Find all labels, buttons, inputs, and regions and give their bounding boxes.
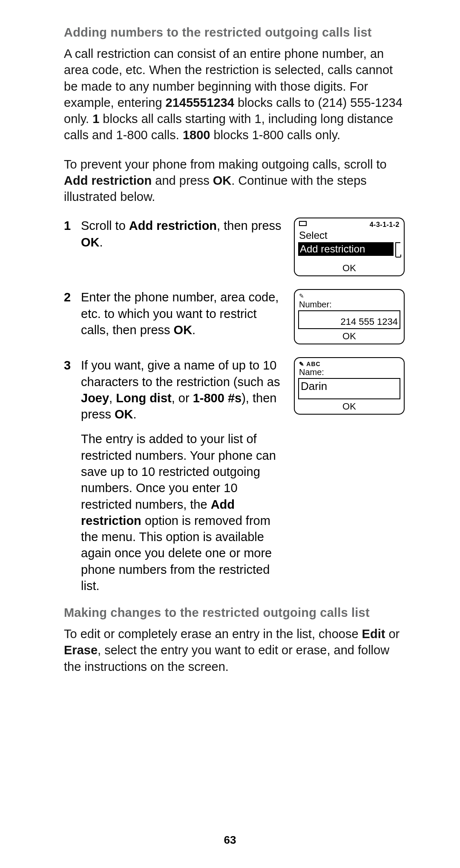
step-text: Scroll to Add restriction, then press OK… [81,218,285,250]
text-run: . [192,323,196,337]
select-label: Select [298,229,400,241]
text-mode-indicator: ✎ ABC [298,361,400,367]
menu-name-add-restriction: Add restriction [64,174,152,187]
key-name-ok: OK [81,235,100,249]
scrollbar-icon [395,242,400,256]
phone-screen-illustration-1: 4-3-1-1-2 Select Add restriction OK [294,218,405,276]
highlighted-menu-item: Add restriction [298,242,394,256]
text-run: . [100,235,103,249]
phone-screen-illustration-2: ✎ Number: 214 555 1234 OK [294,289,405,344]
text-run: , select the entry you want to edit or e… [64,643,389,673]
text-run: and press [152,174,213,187]
softkey-ok: OK [298,401,400,412]
menu-name-erase: Erase [64,643,98,657]
text-run: To prevent your phone from making outgoi… [64,158,387,171]
step-number: 2 [64,289,81,305]
field-label-name: Name: [298,367,400,377]
number-input-value: 214 555 1234 [340,316,398,327]
phone-screen: ✎ Number: 214 555 1234 OK [294,289,405,344]
text-run: The entry is added to your list of restr… [81,432,276,511]
field-label-number: Number: [298,300,400,309]
step-2: 2 Enter the phone number, area code, etc… [64,289,405,344]
key-name-ok: OK [115,407,133,421]
page-number: 63 [0,834,460,847]
step-1: 1 Scroll to Add restriction, then press … [64,218,405,276]
menu-code: 4-3-1-1-2 [370,221,400,229]
section-heading-making-changes: Making changes to the restricted outgoin… [64,606,405,620]
sample-number-1: 1 [92,112,99,126]
menu-name-edit: Edit [362,627,385,641]
text-run: blocks 1-800 calls only. [210,128,340,142]
step-3: 3 If you want, give a name of up to 10 c… [64,357,405,594]
text-run: or [385,627,400,641]
text-run: Scroll to [81,219,129,232]
example-name-longdist: Long dist [116,391,171,405]
example-name-joey: Joey [81,391,109,405]
step-number: 3 [64,357,81,373]
sample-number-full: 2145551234 [166,96,234,109]
step-3-followup: The entry is added to your list of restr… [81,431,285,594]
example-name-1800: 1-800 #s [193,391,242,405]
making-changes-paragraph: To edit or completely erase an entry in … [64,626,405,675]
text-run: To edit or completely erase an entry in … [64,627,362,641]
name-input-value: Darin [301,380,327,393]
number-input-box: 214 555 1234 [298,310,400,329]
softkey-ok: OK [298,331,400,342]
text-run: If you want, give a name of up to 10 cha… [81,358,280,388]
key-name-ok: OK [174,323,193,337]
text-run: , then press [217,219,282,232]
phone-screen: ✎ ABC Name: Darin OK [294,357,405,415]
name-input-box: Darin [298,378,400,399]
softkey-ok: OK [298,263,400,274]
step-number: 1 [64,218,81,234]
manual-page: Adding numbers to the restricted outgoin… [0,0,460,868]
text-run: . [133,407,136,421]
phone-screen-illustration-3: ✎ ABC Name: Darin OK [294,357,405,415]
section-heading-adding: Adding numbers to the restricted outgoin… [64,26,405,40]
intro-paragraph-1: A call restriction can consist of an ent… [64,46,405,143]
key-name-ok: OK [213,174,232,187]
step-text: If you want, give a name of up to 10 cha… [81,357,285,594]
text-run: , [109,391,116,405]
text-run: , or [172,391,193,405]
edit-icon: ✎ [298,292,400,299]
intro-paragraph-2: To prevent your phone from making outgoi… [64,156,405,205]
phone-screen: 4-3-1-1-2 Select Add restriction OK [294,218,405,276]
step-text: Enter the phone number, area code, etc. … [81,289,285,338]
battery-icon [299,221,307,226]
menu-name-add-restriction: Add restriction [129,219,217,232]
sample-number-1800: 1800 [183,128,210,142]
